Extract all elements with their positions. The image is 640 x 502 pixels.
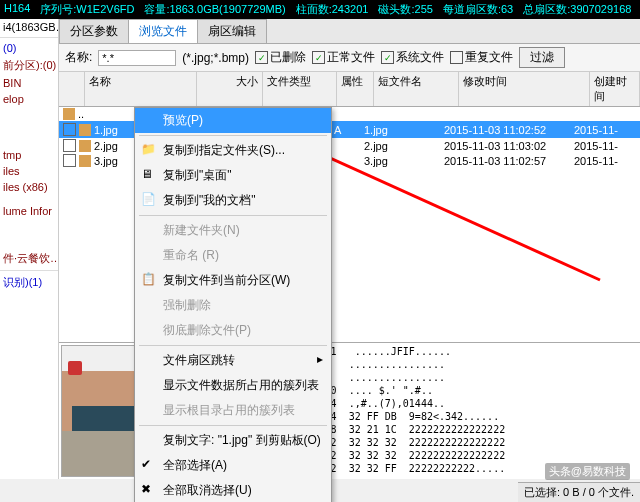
sidebar-item[interactable]: iles xyxy=(0,163,58,179)
tab-partition[interactable]: 分区参数 xyxy=(59,19,129,43)
sidebar-item[interactable]: BIN xyxy=(0,75,58,91)
sidebar-item[interactable]: i4(1863GB… xyxy=(0,19,58,35)
sidebar-item[interactable]: iles (x86) xyxy=(0,179,58,195)
tab-bar: 分区参数 浏览文件 扇区编辑 xyxy=(59,19,640,44)
filter-button[interactable]: 过滤 xyxy=(519,47,565,68)
sidebar-tree[interactable]: i4(1863GB… (0) 前分区):(0) BIN elop tmp ile… xyxy=(0,19,59,479)
status-selection: 已选择: 0 B / 0 个文件. xyxy=(524,485,634,500)
chk-system[interactable]: ✓系统文件 xyxy=(381,49,444,66)
check-icon: ✔ xyxy=(141,457,155,471)
sidebar-item[interactable]: 前分区):(0) xyxy=(0,56,58,75)
sidebar-item[interactable]: tmp xyxy=(0,147,58,163)
tab-browse[interactable]: 浏览文件 xyxy=(128,19,198,43)
tab-sector[interactable]: 扇区编辑 xyxy=(197,19,267,43)
sidebar-item[interactable]: lume Infor xyxy=(0,203,58,219)
column-headers[interactable]: 名称 大小 文件类型 属性 短文件名 修改时间 创建时间 xyxy=(59,72,640,107)
menu-deselect-all[interactable]: ✖全部取消选择(U) xyxy=(135,478,331,502)
row-checkbox[interactable] xyxy=(63,154,76,167)
menu-show-clusters[interactable]: 显示文件数据所占用的簇列表 xyxy=(135,373,331,398)
context-menu: 预览(P) 📁复制到指定文件夹(S)... 🖥复制到"桌面" 📄复制到"我的文档… xyxy=(134,107,332,502)
row-checkbox[interactable] xyxy=(63,123,76,136)
menu-copy-to-partition[interactable]: 📋复制文件到当前分区(W) xyxy=(135,268,331,293)
sidebar-item[interactable]: elop xyxy=(0,91,58,107)
chk-dup[interactable]: 重复文件 xyxy=(450,49,513,66)
folder-icon: 📁 xyxy=(141,142,155,156)
sidebar-item[interactable]: 识别)(1) xyxy=(0,273,58,292)
sidebar-item[interactable]: (0) xyxy=(0,40,58,56)
folder-icon xyxy=(63,108,75,120)
menu-copy-docs[interactable]: 📄复制到"我的文档" xyxy=(135,188,331,213)
file-icon xyxy=(79,124,91,136)
menu-sector-jump[interactable]: 文件扇区跳转▸ xyxy=(135,348,331,373)
pattern-input[interactable] xyxy=(98,50,176,66)
file-icon xyxy=(79,155,91,167)
copy-icon: 📋 xyxy=(141,272,155,286)
name-label: 名称: xyxy=(65,49,92,66)
row-checkbox[interactable] xyxy=(63,139,76,152)
menu-copy-desktop[interactable]: 🖥复制到"桌面" xyxy=(135,163,331,188)
uncheck-icon: ✖ xyxy=(141,482,155,496)
file-icon xyxy=(79,140,91,152)
status-bar: 已选择: 0 B / 0 个文件. xyxy=(518,482,640,502)
chk-deleted[interactable]: ✓已删除 xyxy=(255,49,306,66)
menu-preview[interactable]: 预览(P) xyxy=(135,108,331,133)
menu-new-folder: 新建文件夹(N) xyxy=(135,218,331,243)
menu-wipe: 彻底删除文件(P) xyxy=(135,318,331,343)
desktop-icon: 🖥 xyxy=(141,167,155,181)
menu-copy-text[interactable]: 复制文字: "1.jpg" 到剪贴板(O) xyxy=(135,428,331,453)
menu-copy-to-folder[interactable]: 📁复制到指定文件夹(S)... xyxy=(135,138,331,163)
chevron-right-icon: ▸ xyxy=(317,352,323,366)
menu-force-delete: 强制删除 xyxy=(135,293,331,318)
menu-select-all[interactable]: ✔全部选择(A) xyxy=(135,453,331,478)
sidebar-item[interactable]: 件·云餐饮… xyxy=(0,249,58,268)
chk-normal[interactable]: ✓正常文件 xyxy=(312,49,375,66)
types-label: (*.jpg;*.bmp) xyxy=(182,51,249,65)
filter-bar: 名称: (*.jpg;*.bmp) ✓已删除 ✓正常文件 ✓系统文件 重复文件 … xyxy=(59,44,640,72)
menu-show-root-clusters: 显示根目录占用的簇列表 xyxy=(135,398,331,423)
document-icon: 📄 xyxy=(141,192,155,206)
menu-rename: 重命名 (R) xyxy=(135,243,331,268)
watermark: 头条@易数科技 xyxy=(545,463,630,480)
top-info-bar: H164 序列号:W1E2V6FD 容量:1863.0GB(1907729MB)… xyxy=(0,0,640,19)
